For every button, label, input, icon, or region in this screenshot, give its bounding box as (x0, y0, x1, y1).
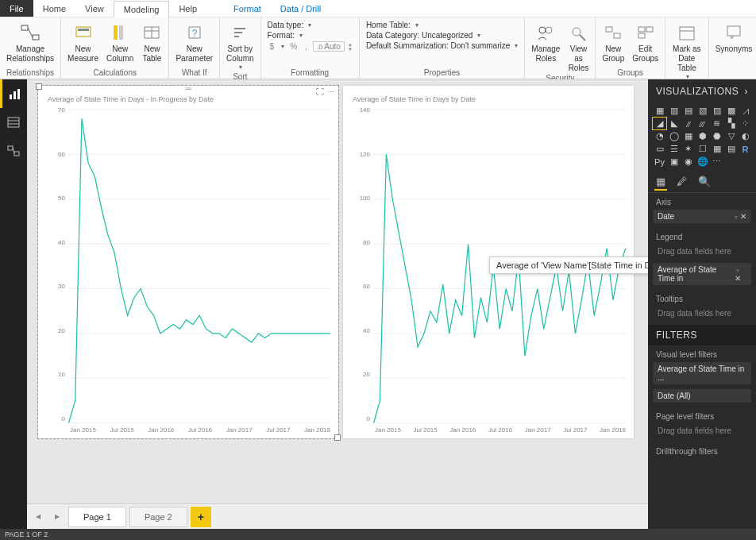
data-type-dropdown[interactable]: Data type:▾ (268, 21, 353, 29)
percent-button[interactable]: % (287, 42, 299, 51)
visual-line-chart-1[interactable]: ═ ⛶ ⋯ Average of State Time in Days - In… (38, 86, 338, 438)
remove-values-icon[interactable]: ✕ (735, 274, 741, 283)
svg-rect-26 (727, 26, 740, 36)
synonyms-button[interactable]: Synonyms (712, 19, 756, 54)
viz-slicer-icon[interactable]: ☐ (696, 143, 709, 155)
filter-avg[interactable]: Average of State Time in ... (653, 362, 751, 384)
format-dropdown[interactable]: Format:▾ (268, 31, 353, 40)
new-table-button[interactable]: New Table (138, 19, 165, 64)
viz-map-icon[interactable]: ⬢ (696, 130, 709, 142)
tooltips-well-placeholder[interactable]: Drag data fields here (653, 307, 751, 320)
fields-tab-format[interactable]: 🖉 (677, 176, 687, 187)
sort-icon (230, 22, 250, 43)
svg-rect-22 (646, 27, 653, 32)
view-as-roles-button[interactable]: View as Roles (565, 19, 592, 73)
viz-shape-map-icon[interactable]: ▣ (667, 156, 681, 168)
home-table-dropdown[interactable]: Home Table:▾ (366, 21, 518, 29)
viz-ribbon-icon[interactable]: ≋ (710, 118, 723, 129)
tab-home[interactable]: Home (33, 0, 75, 17)
manage-relationships-button[interactable]: Manage Relationships (3, 19, 57, 64)
new-parameter-button[interactable]: ?New Parameter (172, 19, 216, 64)
svg-rect-1 (33, 35, 39, 40)
legend-well-placeholder[interactable]: Drag data fields here (653, 245, 751, 258)
viz-combo2-icon[interactable]: ⫻ (696, 118, 709, 129)
data-view-button[interactable] (0, 108, 27, 137)
viz-multirow-icon[interactable]: ☰ (667, 143, 681, 155)
viz-card-icon[interactable]: ▭ (653, 143, 666, 155)
new-measure-button[interactable]: New Measure (64, 19, 102, 64)
editgroups-icon (635, 22, 656, 43)
visualizations-pane-header[interactable]: VISUALIZATIONS › (648, 79, 756, 103)
page-tab-2[interactable]: Page 2 (129, 507, 187, 527)
viz-treemap-icon[interactable]: ▦ (681, 130, 695, 142)
viz-globe-icon[interactable]: 🌐 (696, 156, 709, 168)
svg-rect-3 (76, 27, 91, 37)
viz-kpi-icon[interactable]: ✶ (681, 143, 695, 155)
viz-scatter-icon[interactable]: ⁘ (739, 118, 752, 129)
viz-pie-icon[interactable]: ◔ (653, 130, 666, 142)
report-view-button[interactable] (0, 79, 27, 108)
group-groups-label: Groups (599, 68, 662, 79)
comma-button[interactable]: , (303, 42, 310, 51)
visualization-type-gallery[interactable]: ▦▥▤▧▨▩⩘ ◢◣⫽⫻≋▚⁘ ◔◯▦⬢⬣▽◐ ▭☰✶☐▦▤R Py▣◉🌐⋯ (648, 103, 756, 172)
focus-mode-icon[interactable]: ⛶ (316, 87, 324, 96)
viz-clustered-bar-icon[interactable]: ▤ (681, 105, 695, 117)
viz-python-icon[interactable]: Py (653, 156, 666, 168)
viz-waterfall-icon[interactable]: ▚ (724, 118, 738, 129)
tab-view[interactable]: View (75, 0, 114, 17)
viz-100-column-icon[interactable]: ▩ (724, 105, 738, 117)
tab-datadrill[interactable]: Data / Drill (271, 0, 330, 17)
axis-well-date[interactable]: Date▾ ✕ (653, 210, 751, 223)
manage-roles-button[interactable]: Manage Roles (528, 19, 563, 64)
data-category-dropdown[interactable]: Data Category: Uncategorized▾ (366, 31, 518, 40)
viz-custom-icon[interactable]: ⋯ (710, 156, 723, 168)
page-prev-button[interactable]: ◀ (30, 509, 46, 525)
viz-clustered-column-icon[interactable]: ▧ (696, 105, 709, 117)
viz-stacked-bar-icon[interactable]: ▦ (653, 105, 666, 117)
viz-stacked-column-icon[interactable]: ▥ (667, 105, 681, 117)
tab-help[interactable]: Help (169, 0, 206, 17)
group-properties-label: Properties (363, 68, 521, 79)
group-formatting-label: Formatting (264, 68, 356, 79)
sort-by-column-button[interactable]: Sort by Column▾ (223, 19, 256, 71)
viz-matrix-icon[interactable]: ▤ (724, 143, 738, 155)
edit-groups-button[interactable]: Edit Groups (629, 19, 662, 64)
tab-format[interactable]: Format (224, 0, 271, 17)
viz-arcgis-icon[interactable]: ◉ (681, 156, 695, 168)
viz-combo-icon[interactable]: ⫽ (681, 118, 695, 129)
tab-modeling[interactable]: Modeling (114, 1, 170, 17)
viz-100-bar-icon[interactable]: ▨ (710, 105, 723, 117)
add-page-button[interactable]: + (191, 507, 211, 527)
page-tab-1[interactable]: Page 1 (68, 507, 126, 527)
filter-date[interactable]: Date (All) (653, 389, 751, 403)
page-next-button[interactable]: ▶ (49, 509, 65, 525)
viz-stacked-area-icon[interactable]: ◣ (667, 118, 681, 129)
fields-tab-fields[interactable]: ▦ (656, 176, 665, 187)
svg-line-18 (580, 35, 585, 40)
viz-donut-icon[interactable]: ◯ (667, 130, 681, 142)
default-summarization-dropdown[interactable]: Default Summarization: Don't summarize▾ (366, 41, 518, 50)
tab-file[interactable]: File (0, 0, 33, 17)
new-group-button[interactable]: New Group (599, 19, 627, 64)
currency-button[interactable]: $ (268, 42, 277, 51)
new-column-button[interactable]: New Column (103, 19, 137, 64)
viz-table-icon[interactable]: ▦ (710, 143, 723, 155)
viz-area-icon[interactable]: ◢ (653, 118, 666, 129)
viz-r-icon[interactable]: R (739, 143, 752, 155)
model-view-button[interactable] (0, 137, 27, 165)
remove-axis-icon[interactable]: ✕ (740, 212, 746, 221)
page-filters-label: Page level filters (648, 407, 756, 424)
column-icon (110, 22, 130, 43)
values-well-avg[interactable]: Average of State Time in▾ ✕ (653, 263, 751, 285)
viz-funnel-icon[interactable]: ▽ (724, 130, 738, 142)
page-filters-placeholder[interactable]: Drag data fields here (653, 424, 751, 438)
decimal-auto[interactable]: .0Auto (313, 41, 345, 52)
viz-line-icon[interactable]: ⩘ (739, 105, 752, 117)
mark-date-table-button[interactable]: Mark as Date Table▾ (669, 19, 705, 81)
filters-pane-header[interactable]: FILTERS (648, 325, 756, 345)
viz-filled-map-icon[interactable]: ⬣ (710, 130, 723, 142)
visual-menu-icon[interactable]: ⋯ (327, 87, 335, 96)
fields-tab-analytics[interactable]: 🔍 (698, 176, 711, 187)
relationships-icon (20, 22, 40, 43)
viz-gauge-icon[interactable]: ◐ (739, 130, 752, 142)
